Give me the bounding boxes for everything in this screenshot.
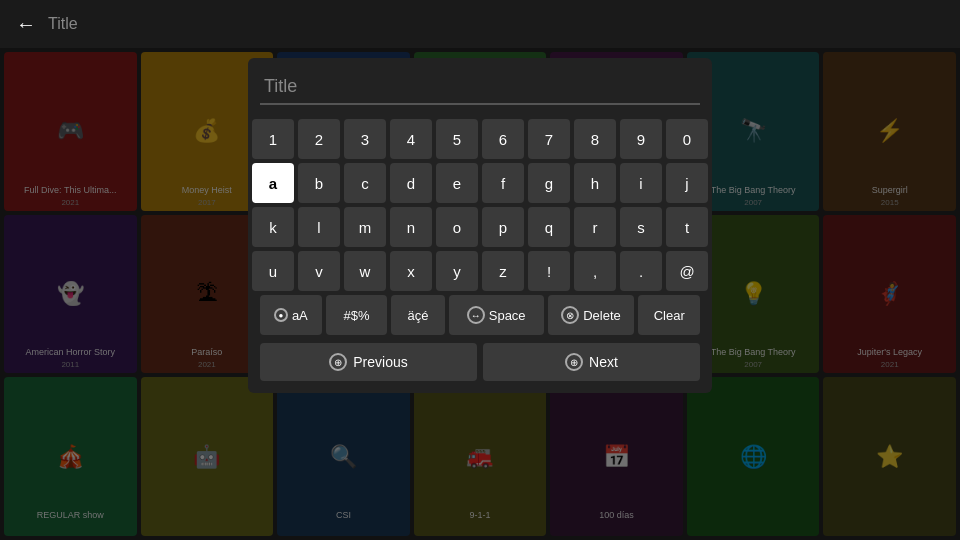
key-e[interactable]: e <box>436 163 478 203</box>
delete-icon: ⊗ <box>561 306 579 324</box>
letter-row-3: uvwxyz!,.@ <box>260 251 700 291</box>
letter-row-1: abcdefghij <box>260 163 700 203</box>
key-.[interactable]: . <box>620 251 662 291</box>
next-button[interactable]: ⊕ Next <box>483 343 700 381</box>
key-7[interactable]: 7 <box>528 119 570 159</box>
poster-year: 2021 <box>4 198 137 207</box>
key-x[interactable]: x <box>390 251 432 291</box>
key-f[interactable]: f <box>482 163 524 203</box>
key-t[interactable]: t <box>666 207 708 247</box>
poster-title <box>687 518 820 522</box>
poster-year: 2021 <box>823 360 956 369</box>
poster-title: REGULAR show <box>4 508 137 522</box>
key-v[interactable]: v <box>298 251 340 291</box>
key-n[interactable]: n <box>390 207 432 247</box>
key-g[interactable]: g <box>528 163 570 203</box>
key-q[interactable]: q <box>528 207 570 247</box>
clear-key[interactable]: Clear <box>638 295 700 335</box>
poster-title: Jupiter's Legacy <box>823 345 956 359</box>
key-6[interactable]: 6 <box>482 119 524 159</box>
list-item: 🚒 9-1-1 <box>414 377 547 536</box>
letter-row-2: klmnopqrst <box>260 207 700 247</box>
key-1[interactable]: 1 <box>252 119 294 159</box>
key-s[interactable]: s <box>620 207 662 247</box>
top-search-label: Title <box>48 15 78 33</box>
key-i[interactable]: i <box>620 163 662 203</box>
special-row: ● aA #$% äçé ↔ Space ⊗ Delete Clear <box>260 295 700 335</box>
key-![interactable]: ! <box>528 251 570 291</box>
key-u[interactable]: u <box>252 251 294 291</box>
top-bar: ← Title <box>0 0 960 48</box>
poster-title: 9-1-1 <box>414 508 547 522</box>
list-item: 📅 100 días <box>550 377 683 536</box>
key-a[interactable]: a <box>252 163 294 203</box>
list-item: ⭐ <box>823 377 956 536</box>
key-5[interactable]: 5 <box>436 119 478 159</box>
list-item: 🌐 <box>687 377 820 536</box>
key-m[interactable]: m <box>344 207 386 247</box>
poster-art: 🤖 <box>141 377 274 536</box>
case-key[interactable]: ● aA <box>260 295 322 335</box>
key-w[interactable]: w <box>344 251 386 291</box>
accents-key[interactable]: äçé <box>391 295 444 335</box>
key-y[interactable]: y <box>436 251 478 291</box>
key-l[interactable]: l <box>298 207 340 247</box>
delete-key[interactable]: ⊗ Delete <box>548 295 635 335</box>
poster-title: American Horror Story <box>4 345 137 359</box>
key-o[interactable]: o <box>436 207 478 247</box>
key-h[interactable]: h <box>574 163 616 203</box>
keyboard-search-input[interactable] <box>260 72 700 105</box>
poster-title: CSI <box>277 508 410 522</box>
case-icon: ● <box>274 308 288 322</box>
previous-icon: ⊕ <box>329 353 347 371</box>
next-icon: ⊕ <box>565 353 583 371</box>
space-key[interactable]: ↔ Space <box>449 295 544 335</box>
key-d[interactable]: d <box>390 163 432 203</box>
list-item: 🎪 REGULAR show <box>4 377 137 536</box>
previous-button[interactable]: ⊕ Previous <box>260 343 477 381</box>
space-icon: ↔ <box>467 306 485 324</box>
list-item: 🔍 CSI <box>277 377 410 536</box>
key-0[interactable]: 0 <box>666 119 708 159</box>
key-c[interactable]: c <box>344 163 386 203</box>
poster-year: 2011 <box>4 360 137 369</box>
back-button[interactable]: ← <box>16 13 36 36</box>
key-,[interactable]: , <box>574 251 616 291</box>
list-item: 🤖 <box>141 377 274 536</box>
key-j[interactable]: j <box>666 163 708 203</box>
key-3[interactable]: 3 <box>344 119 386 159</box>
poster-year: 2015 <box>823 198 956 207</box>
key-8[interactable]: 8 <box>574 119 616 159</box>
poster-title: 100 días <box>550 508 683 522</box>
key-2[interactable]: 2 <box>298 119 340 159</box>
key-@[interactable]: @ <box>666 251 708 291</box>
poster-title <box>823 518 956 522</box>
poster-art: 🌐 <box>687 377 820 536</box>
key-b[interactable]: b <box>298 163 340 203</box>
poster-title <box>141 518 274 522</box>
list-item: 🎮 Full Dive: This Ultima... 2021 <box>4 52 137 211</box>
key-k[interactable]: k <box>252 207 294 247</box>
list-item: ⚡ Supergirl 2015 <box>823 52 956 211</box>
poster-title: Full Dive: This Ultima... <box>4 183 137 197</box>
key-9[interactable]: 9 <box>620 119 662 159</box>
nav-row: ⊕ Previous ⊕ Next <box>260 343 700 381</box>
poster-title: Supergirl <box>823 183 956 197</box>
list-item: 👻 American Horror Story 2011 <box>4 215 137 374</box>
key-4[interactable]: 4 <box>390 119 432 159</box>
number-row: 1234567890 <box>260 119 700 159</box>
symbols-key[interactable]: #$% <box>326 295 388 335</box>
poster-art: ⭐ <box>823 377 956 536</box>
key-r[interactable]: r <box>574 207 616 247</box>
key-z[interactable]: z <box>482 251 524 291</box>
key-p[interactable]: p <box>482 207 524 247</box>
list-item: 🦸 Jupiter's Legacy 2021 <box>823 215 956 374</box>
keyboard-overlay: 1234567890 abcdefghij klmnopqrst uvwxyz!… <box>248 58 712 393</box>
